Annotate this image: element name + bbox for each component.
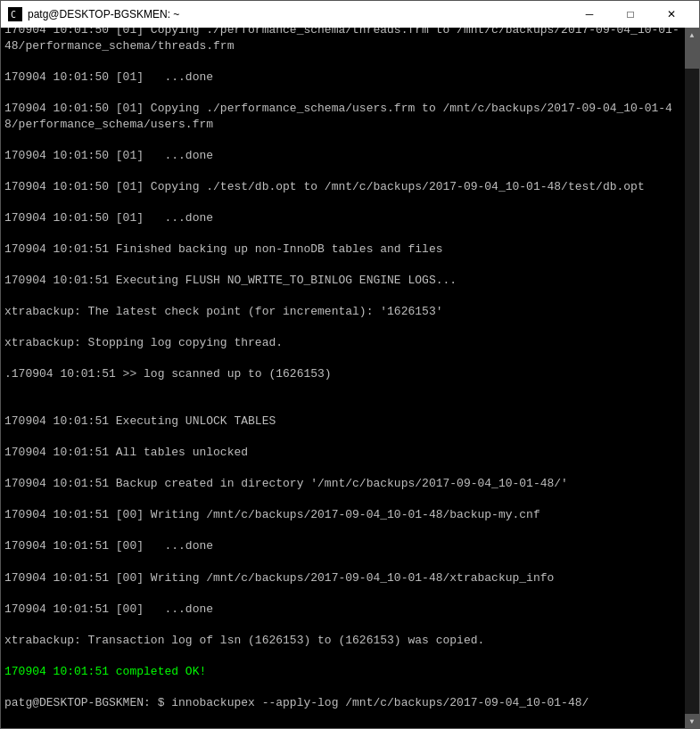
terminal-line: 170904 10:01:51 [00] Writing /mnt/c/back… <box>4 507 681 523</box>
terminal-line: 170904 10:01:51 Executing UNLOCK TABLES <box>4 414 681 430</box>
terminal-line: 170904 10:01:51 [00] ...done <box>4 602 681 618</box>
window-title: patg@DESKTOP-BGSKMEN: ~ <box>28 8 179 20</box>
svg-text:C: C <box>11 10 16 20</box>
title-bar-left: C patg@DESKTOP-BGSKMEN: ~ <box>8 7 179 21</box>
terminal-line: 170904 10:01:51 completed OK! <box>4 664 681 680</box>
scrollbar-thumb[interactable] <box>685 42 699 69</box>
terminal-line: 170904 10:01:51 [00] Writing /mnt/c/back… <box>4 570 681 586</box>
terminal-line: xtrabackup: Transaction log of lsn (1626… <box>4 633 681 649</box>
terminal-line: xtrabackup: The latest check point (for … <box>4 304 681 320</box>
terminal-window: C patg@DESKTOP-BGSKMEN: ~ ─ □ ✕ 170904 1… <box>0 0 700 729</box>
terminal-body: 170904 10:01:50 [01] ...done 170904 10:0… <box>1 28 699 728</box>
scrollbar[interactable]: ▲ ▼ <box>685 28 699 728</box>
window-controls: ─ □ ✕ <box>569 1 692 28</box>
terminal-line: 170904 10:01:51 Finished backing up non-… <box>4 242 681 258</box>
terminal-line: 170904 10:01:50 [01] Copying ./performan… <box>4 28 681 53</box>
title-bar: C patg@DESKTOP-BGSKMEN: ~ ─ □ ✕ <box>1 1 699 28</box>
terminal-line: 170904 10:01:50 [01] ...done <box>4 70 681 86</box>
terminal-icon: C <box>8 7 22 21</box>
terminal-line: 170904 10:01:51 Backup created in direct… <box>4 476 681 492</box>
terminal-line: patg@DESKTOP-BGSKMEN: $ innobackupex --a… <box>4 695 681 711</box>
scroll-up-button[interactable]: ▲ <box>685 28 699 42</box>
scroll-down-button[interactable]: ▼ <box>685 714 699 728</box>
terminal-line: 170904 10:01:50 [01] ...done <box>4 148 681 164</box>
terminal-line: 170904 10:01:50 [01] Copying ./test/db.o… <box>4 179 681 195</box>
minimize-button[interactable]: ─ <box>569 1 610 28</box>
terminal-line: 170904 10:01:50 [01] Copying ./performan… <box>4 101 681 132</box>
terminal-line: 170904 10:01:51 [00] ...done <box>4 538 681 554</box>
scrollbar-track[interactable] <box>685 42 699 714</box>
terminal-line: .170904 10:01:51 >> log scanned up to (1… <box>4 366 681 382</box>
terminal-line: xtrabackup: Stopping log copying thread. <box>4 335 681 351</box>
terminal-line: 170904 10:01:51 Executing FLUSH NO_WRITE… <box>4 273 681 289</box>
close-button[interactable]: ✕ <box>651 1 692 28</box>
terminal-line: 170904 10:01:51 All tables unlocked <box>4 445 681 461</box>
maximize-button[interactable]: □ <box>610 1 651 28</box>
terminal-line: 170904 10:01:50 [01] ...done <box>4 210 681 226</box>
terminal-output[interactable]: 170904 10:01:50 [01] ...done 170904 10:0… <box>1 28 685 728</box>
